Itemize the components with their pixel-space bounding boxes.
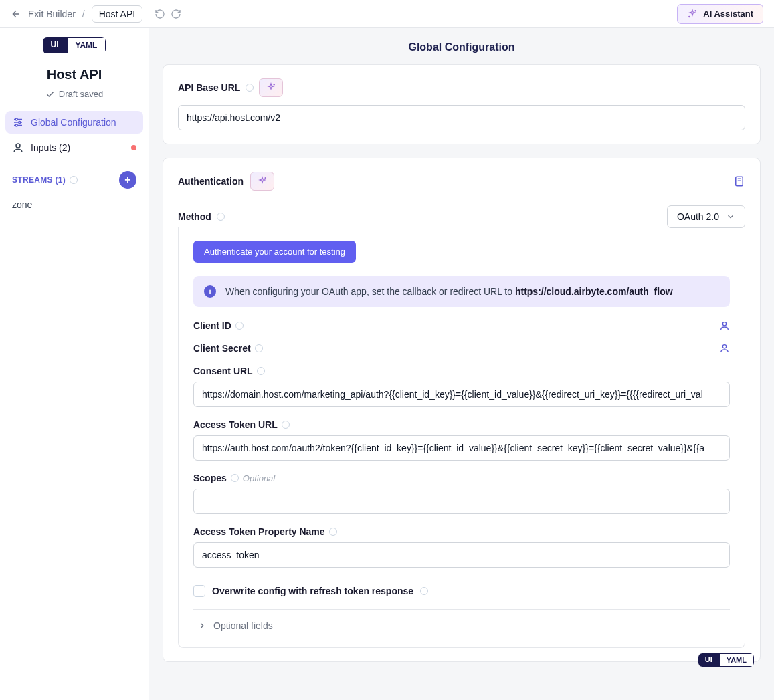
- sidebar: UI YAML Host API Draft saved Global Conf…: [0, 28, 149, 700]
- sidebar-item-global-config[interactable]: Global Configuration: [5, 111, 143, 134]
- help-icon[interactable]: [70, 176, 78, 184]
- authentication-card: Authentication Method OAuth 2.0: [163, 158, 761, 662]
- authenticate-button[interactable]: Authenticate your account for testing: [193, 241, 356, 263]
- topbar: Exit Builder / Host API AI Assistant: [0, 0, 774, 28]
- sparkle-icon: [687, 9, 698, 19]
- scopes-label: Scopes: [193, 473, 227, 483]
- optional-fields-toggle[interactable]: Optional fields: [193, 610, 730, 634]
- docs-icon[interactable]: [733, 175, 745, 187]
- ai-assistant-label: AI Assistant: [703, 9, 753, 19]
- oauth-config-panel: Authenticate your account for testing i …: [178, 227, 745, 648]
- draft-status: Draft saved: [5, 89, 143, 99]
- status-dot-red: [131, 145, 136, 150]
- svg-point-9: [274, 84, 274, 85]
- client-secret-label: Client Secret: [193, 343, 251, 354]
- svg-point-10: [265, 178, 266, 179]
- ai-suggest-button[interactable]: [259, 78, 283, 97]
- chevron-right-icon: [197, 621, 207, 630]
- help-icon[interactable]: [282, 421, 290, 429]
- api-base-url-card: API Base URL: [163, 64, 761, 144]
- help-icon[interactable]: [420, 587, 428, 595]
- streams-header: STREAMS (1) +: [5, 162, 143, 194]
- toggle-ui[interactable]: UI: [698, 653, 719, 667]
- client-id-label: Client ID: [193, 320, 231, 331]
- api-base-url-input[interactable]: [178, 105, 745, 130]
- help-icon[interactable]: [217, 213, 225, 221]
- toggle-yaml[interactable]: YAML: [67, 37, 106, 53]
- method-label: Method: [178, 211, 211, 222]
- ai-suggest-button[interactable]: [250, 172, 274, 191]
- help-icon[interactable]: [257, 367, 265, 375]
- page-title: Global Configuration: [156, 28, 767, 64]
- draft-status-text: Draft saved: [59, 89, 103, 99]
- sidebar-item-label: Global Configuration: [31, 117, 116, 128]
- stream-item-zone[interactable]: zone: [5, 194, 143, 215]
- svg-point-1: [689, 16, 690, 17]
- user-icon[interactable]: [719, 320, 730, 331]
- redo-icon[interactable]: [171, 9, 181, 19]
- toggle-ui[interactable]: UI: [43, 37, 67, 53]
- help-icon[interactable]: [246, 84, 254, 92]
- overwrite-checkbox[interactable]: [193, 585, 205, 597]
- sliders-icon: [12, 116, 24, 128]
- consent-url-input[interactable]: [193, 382, 730, 407]
- method-select[interactable]: OAuth 2.0: [667, 205, 745, 228]
- access-token-prop-label: Access Token Property Name: [193, 526, 325, 537]
- svg-point-13: [722, 345, 726, 348]
- main-content: Global Configuration API Base URL Authen…: [149, 28, 774, 700]
- sidebar-item-inputs[interactable]: Inputs (2): [5, 136, 143, 159]
- undo-icon[interactable]: [155, 9, 165, 19]
- optional-tag: Optional: [243, 473, 275, 483]
- overwrite-label: Overwrite config with refresh token resp…: [212, 586, 413, 596]
- consent-url-label: Consent URL: [193, 366, 253, 376]
- svg-point-7: [15, 124, 17, 126]
- access-token-url-label: Access Token URL: [193, 419, 278, 430]
- sidebar-title: Host API: [5, 67, 143, 82]
- exit-builder-link[interactable]: Exit Builder: [28, 9, 76, 19]
- optional-fields-label: Optional fields: [213, 620, 273, 631]
- help-icon[interactable]: [231, 474, 239, 482]
- chevron-down-icon: [726, 212, 735, 221]
- help-icon[interactable]: [255, 344, 263, 352]
- info-icon: i: [204, 285, 216, 298]
- access-token-url-input[interactable]: [193, 435, 730, 461]
- svg-point-12: [722, 322, 726, 326]
- svg-point-5: [15, 118, 17, 120]
- help-icon[interactable]: [235, 322, 244, 330]
- streams-header-label: STREAMS (1): [12, 175, 66, 185]
- sidebar-item-label: Inputs (2): [31, 142, 70, 153]
- user-icon[interactable]: [719, 343, 730, 354]
- stream-item-label: zone: [12, 199, 32, 210]
- breadcrumb-separator: /: [82, 9, 85, 19]
- authentication-header: Authentication: [178, 176, 244, 187]
- help-icon[interactable]: [329, 528, 337, 536]
- check-icon: [45, 90, 55, 99]
- svg-point-8: [16, 144, 20, 148]
- svg-point-0: [695, 10, 696, 11]
- api-name-badge[interactable]: Host API: [92, 5, 142, 23]
- svg-point-6: [19, 122, 21, 124]
- footer-ui-yaml-toggle[interactable]: UI YAML: [698, 653, 754, 667]
- ai-assistant-button[interactable]: AI Assistant: [677, 4, 763, 24]
- api-base-url-label: API Base URL: [178, 82, 240, 93]
- method-select-value: OAuth 2.0: [677, 211, 719, 222]
- ui-yaml-toggle[interactable]: UI YAML: [43, 37, 106, 53]
- user-icon: [12, 142, 24, 154]
- access-token-prop-input[interactable]: [193, 542, 730, 568]
- scopes-input[interactable]: [193, 489, 730, 514]
- add-stream-button[interactable]: +: [119, 171, 136, 189]
- info-text: When configuring your OAuth app, set the…: [225, 286, 673, 297]
- oauth-info-banner: i When configuring your OAuth app, set t…: [193, 276, 730, 307]
- toggle-yaml[interactable]: YAML: [719, 653, 754, 667]
- back-arrow-icon[interactable]: [11, 9, 21, 19]
